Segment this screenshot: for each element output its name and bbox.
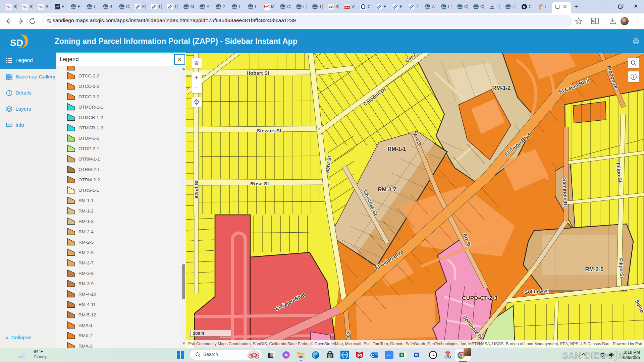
- svg-text:CDI: CDI: [329, 5, 333, 8]
- svg-text:DELL: DELL: [342, 354, 348, 356]
- svg-text:SD: SD: [10, 38, 23, 48]
- svg-text:W: W: [415, 353, 418, 357]
- svg-text:X: X: [400, 353, 403, 357]
- svg-text:zm: zm: [387, 354, 391, 357]
